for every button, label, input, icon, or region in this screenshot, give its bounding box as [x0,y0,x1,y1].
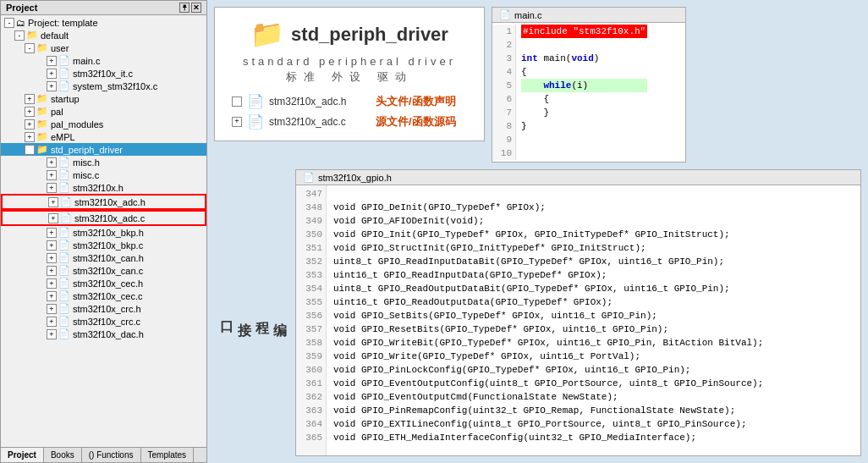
tree-file-toggle[interactable]: + [47,304,57,314]
tree-item-stm32f10x-dac-h[interactable]: +📄stm32f10x_dac.h [1,328,206,340]
file-icon: 📄 [58,157,70,168]
gpio-code-line-353: uint16_t GPIO_ReadInputData(GPIO_TypeDef… [333,268,763,282]
tree-label: stm32f10x_bkp.c [73,240,143,251]
file-icon: 📄 [58,227,70,238]
tree-file-toggle[interactable]: + [47,266,57,276]
tree-toggle[interactable]: + [25,145,35,155]
folder-icon: 📁 [36,106,48,117]
tree-item-main-c[interactable]: +📄main.c [1,54,206,67]
tree-file-toggle[interactable]: + [47,329,57,339]
tree-toggle[interactable]: - [25,43,35,53]
tree-file-toggle[interactable]: + [47,183,57,193]
tree-toggle[interactable]: + [25,132,35,142]
tree-item-stm32f10x-it-c[interactable]: +📄stm32f10x_it.c [1,67,206,80]
tree-item-stm32f10x-adc-h[interactable]: +📄stm32f10x_adc.h [1,194,206,210]
file-icon: 📄 [58,290,70,301]
tree-file-toggle[interactable]: + [47,291,57,301]
tree-file-toggle[interactable]: + [47,317,57,327]
tree-item-stm32f10x-can-h[interactable]: +📄stm32f10x_can.h [1,251,206,264]
tree-file-toggle[interactable]: + [48,213,58,223]
tab-project[interactable]: Project [1,448,44,462]
panel-pin-button[interactable]: 🖈 [179,3,190,13]
tree-item-pal-modules[interactable]: +📁pal_modules [1,118,206,130]
tree-file-toggle[interactable]: + [47,228,57,238]
driver-file-desc-1: 头文件/函数声明 [376,94,456,109]
gpio-line-num-353: 353 [299,268,322,282]
driver-title: std_periph_driver [291,24,448,46]
tab-books[interactable]: Books [44,448,82,462]
tree-item-pal[interactable]: +📁pal [1,105,206,118]
code-line-9 [521,133,647,146]
tree-file-toggle[interactable]: + [47,157,57,168]
tree-label: stm32f10x_adc.h [74,197,146,207]
file-icon: 📄 [58,278,70,289]
tree-file-toggle[interactable]: + [47,81,57,91]
gpio-line-num-361: 361 [299,377,322,390]
gpio-line-num-351: 351 [299,241,322,255]
gpio-code-line-363: void GPIO_PinRemapConfig(uint32_t GPIO_R… [333,404,763,417]
tree-item-stm32f10x-bkp-c[interactable]: +📄stm32f10x_bkp.c [1,239,206,251]
tree-item-user[interactable]: -📁user [1,41,206,54]
tree-file-toggle[interactable]: + [47,56,57,66]
tab-functions[interactable]: () Functions [82,448,141,462]
file-icon: 📄 [58,303,70,314]
gpio-code-line-349: void GPIO_AFIODeInit(void); [333,214,763,228]
gpio-line-num-360: 360 [299,363,322,377]
driver-subtitle-cn: 标准 外设 驱动 [286,69,412,85]
tree-item-std-periph-driver[interactable]: +📁std_periph_driver [1,143,206,156]
mainc-header: 📄 main.c [492,8,685,23]
tree-item-default[interactable]: -📁default [1,29,206,41]
tree-label: system_stm32f10x.c [73,81,157,91]
tree-toggle[interactable]: + [25,94,35,104]
gpio-tab-icon: 📄 [303,172,315,183]
tree-toggle[interactable]: - [4,18,14,28]
tab-templates[interactable]: Templates [141,448,195,462]
tree-item-stm32f10x-h[interactable]: +📄stm32f10x.h [1,181,206,194]
tree-file-toggle[interactable]: + [47,69,57,79]
tree-toggle[interactable]: + [25,119,35,130]
mainc-line-numbers: 12345 678910 [492,25,516,160]
tree-item-startup[interactable]: +📁startup [1,92,206,105]
gpio-code-line-356: void GPIO_SetBits(GPIO_TypeDef* GPIOx, u… [333,309,763,322]
tree-file-toggle[interactable]: + [47,278,57,289]
tree-item-system-stm32f10x-c[interactable]: +📄system_stm32f10x.c [1,80,206,92]
tree-file-toggle[interactable]: + [48,197,58,207]
tree-item-misc-h[interactable]: +📄misc.h [1,156,206,168]
tree-label: stm32f10x_can.c [73,266,143,276]
gpio-line-num-356: 356 [299,309,322,322]
driver-box: 📁 std_periph_driver standard peripheral … [214,7,485,141]
tree-item-stm32f10x-crc-h[interactable]: +📄stm32f10x_crc.h [1,302,206,315]
tree-file-toggle[interactable]: + [47,253,57,263]
tree-file-toggle[interactable]: + [47,170,57,180]
tree-item-project-root[interactable]: -🗂Project: template [1,17,206,29]
folder-icon: 📁 [36,119,48,130]
project-tree: -🗂Project: template-📁default-📁user+📄main… [1,15,206,447]
panel-controls: 🖈 ✕ [179,3,201,13]
folder-icon: 📁 [26,30,38,41]
tree-item-stm32f10x-cec-c[interactable]: +📄stm32f10x_cec.c [1,289,206,302]
tree-item-stm32f10x-can-c[interactable]: +📄stm32f10x_can.c [1,264,206,277]
gpio-header: 📄 stm32f10x_gpio.h [296,170,860,185]
file-icon-2: 📄 [247,113,264,130]
tree-item-misc-c[interactable]: +📄misc.c [1,168,206,181]
content-area: 📁 std_periph_driver standard peripheral … [207,0,868,463]
tree-item-stm32f10x-adc-c[interactable]: +📄stm32f10x_adc.c [1,210,206,226]
gpio-line-numbers: 3473483493503513523533543553563573583593… [296,185,327,455]
tree-label: stm32f10x_crc.c [73,317,140,327]
tree-item-stm32f10x-cec-h[interactable]: +📄stm32f10x_cec.h [1,277,206,289]
tree-item-stm32f10x-crc-c[interactable]: +📄stm32f10x_crc.c [1,315,206,328]
gpio-line-num-359: 359 [299,350,322,363]
tree-label: stm32f10x_cec.c [73,291,143,301]
tree-item-empl[interactable]: +📁eMPL [1,130,206,143]
gpio-code-line-358: void GPIO_WriteBit(GPIO_TypeDef* GPIOx, … [333,336,763,350]
file-icon-1: 📄 [247,93,264,110]
tree-label: stm32f10x_bkp.h [73,228,144,238]
tree-item-stm32f10x-bkp-h[interactable]: +📄stm32f10x_bkp.h [1,226,206,239]
tree-file-toggle[interactable]: + [47,240,57,251]
side-label: 编程接口 [214,169,292,456]
tree-toggle[interactable]: - [14,30,25,41]
tree-toggle[interactable]: + [25,107,35,117]
code-line-2 [521,38,647,52]
gpio-code-line-360: void GPIO_PinLockConfig(GPIO_TypeDef* GP… [333,363,763,377]
panel-close-button[interactable]: ✕ [191,3,201,13]
